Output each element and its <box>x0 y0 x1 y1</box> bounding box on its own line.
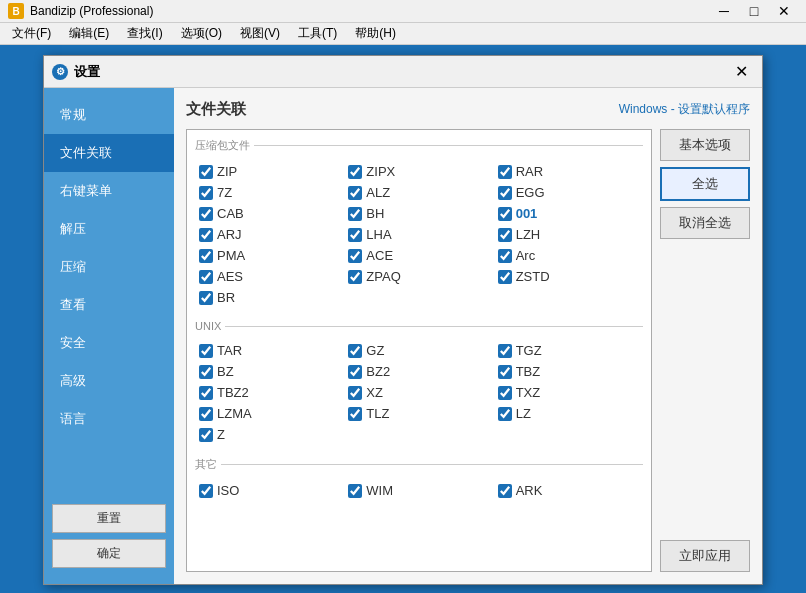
menu-view[interactable]: 视图(V) <box>232 23 288 44</box>
dialog-icon: ⚙ <box>52 64 68 80</box>
list-item[interactable]: TBZ <box>494 361 643 382</box>
list-item[interactable]: TBZ2 <box>195 382 344 403</box>
list-item[interactable]: PMA <box>195 245 344 266</box>
dialog-close-button[interactable]: ✕ <box>728 61 754 83</box>
titlebar: B Bandizip (Professional) ─ □ ✕ <box>0 0 806 23</box>
list-item[interactable]: AES <box>195 266 344 287</box>
list-item[interactable]: LZMA <box>195 403 344 424</box>
sidebar: 常规 文件关联 右键菜单 解压 压缩 查看 安全 高级 语言 重置 确定 <box>44 88 174 584</box>
select-all-button[interactable]: 全选 <box>660 167 750 201</box>
sidebar-item-context-menu[interactable]: 右键菜单 <box>44 172 174 210</box>
list-item[interactable]: 001 <box>494 203 643 224</box>
menu-help[interactable]: 帮助(H) <box>347 23 404 44</box>
menu-file[interactable]: 文件(F) <box>4 23 59 44</box>
window-controls: ─ □ ✕ <box>710 0 798 22</box>
list-item[interactable]: ZPAQ <box>344 266 493 287</box>
main-header: 文件关联 Windows - 设置默认程序 <box>186 100 750 119</box>
dialog-title: 设置 <box>74 63 722 81</box>
sidebar-item-file-assoc[interactable]: 文件关联 <box>44 134 174 172</box>
app-title: Bandizip (Professional) <box>30 4 704 18</box>
section-unix-label: UNIX <box>187 316 651 336</box>
page-title: 文件关联 <box>186 100 246 119</box>
list-item[interactable]: LHA <box>344 224 493 245</box>
list-item[interactable]: BH <box>344 203 493 224</box>
list-item[interactable]: 7Z <box>195 182 344 203</box>
list-item[interactable]: BR <box>195 287 344 308</box>
close-button[interactable]: ✕ <box>770 0 798 22</box>
list-item[interactable]: ARK <box>494 480 643 501</box>
list-item[interactable]: CAB <box>195 203 344 224</box>
dialog-titlebar: ⚙ 设置 ✕ <box>44 56 762 88</box>
unix-grid: TAR GZ TGZ BZ BZ2 TBZ TBZ2 XZ TXZ LZMA T… <box>187 336 651 449</box>
menu-edit[interactable]: 编辑(E) <box>61 23 117 44</box>
app-icon: B <box>8 3 24 19</box>
deselect-all-button[interactable]: 取消全选 <box>660 207 750 239</box>
sidebar-item-security[interactable]: 安全 <box>44 324 174 362</box>
list-item[interactable]: Z <box>195 424 344 445</box>
list-item[interactable]: BZ2 <box>344 361 493 382</box>
list-item[interactable]: ALZ <box>344 182 493 203</box>
list-item[interactable]: EGG <box>494 182 643 203</box>
compressed-grid: ZIP ZIPX RAR 7Z ALZ EGG CAB BH 001 ARJ L… <box>187 157 651 312</box>
section-compressed-label: 压缩包文件 <box>187 134 651 157</box>
menu-options[interactable]: 选项(O) <box>173 23 230 44</box>
sidebar-item-general[interactable]: 常规 <box>44 96 174 134</box>
sidebar-item-extract[interactable]: 解压 <box>44 210 174 248</box>
other-grid: ISO WIM ARK <box>187 476 651 505</box>
reset-button[interactable]: 重置 <box>52 504 166 533</box>
list-item[interactable]: ZIP <box>195 161 344 182</box>
basic-options-button[interactable]: 基本选项 <box>660 129 750 161</box>
menu-find[interactable]: 查找(I) <box>119 23 170 44</box>
right-buttons: 基本选项 全选 取消全选 立即应用 <box>660 129 750 572</box>
settings-dialog: ⚙ 设置 ✕ 常规 文件关联 右键菜单 解压 压缩 查看 安全 高级 语言 重置… <box>43 55 763 585</box>
maximize-button[interactable]: □ <box>740 0 768 22</box>
list-item[interactable]: BZ <box>195 361 344 382</box>
sidebar-item-compress[interactable]: 压缩 <box>44 248 174 286</box>
list-item[interactable]: TAR <box>195 340 344 361</box>
list-item[interactable]: TLZ <box>344 403 493 424</box>
list-item[interactable]: ZSTD <box>494 266 643 287</box>
list-item[interactable]: Arc <box>494 245 643 266</box>
dialog-body: 常规 文件关联 右键菜单 解压 压缩 查看 安全 高级 语言 重置 确定 文件关… <box>44 88 762 584</box>
list-item[interactable]: TGZ <box>494 340 643 361</box>
list-item[interactable]: ISO <box>195 480 344 501</box>
windows-default-link[interactable]: Windows - 设置默认程序 <box>619 101 750 118</box>
list-item[interactable]: GZ <box>344 340 493 361</box>
apply-button[interactable]: 立即应用 <box>660 540 750 572</box>
sidebar-item-view[interactable]: 查看 <box>44 286 174 324</box>
main-content: 文件关联 Windows - 设置默认程序 压缩包文件 ZIP ZIPX RAR… <box>174 88 762 584</box>
checklist-container[interactable]: 压缩包文件 ZIP ZIPX RAR 7Z ALZ EGG CAB BH 001 <box>186 129 652 572</box>
list-item[interactable]: ACE <box>344 245 493 266</box>
sidebar-item-advanced[interactable]: 高级 <box>44 362 174 400</box>
sidebar-item-language[interactable]: 语言 <box>44 400 174 438</box>
list-item[interactable]: WIM <box>344 480 493 501</box>
menubar: 文件(F) 编辑(E) 查找(I) 选项(O) 视图(V) 工具(T) 帮助(H… <box>0 23 806 45</box>
list-item[interactable]: TXZ <box>494 382 643 403</box>
list-item[interactable]: LZ <box>494 403 643 424</box>
section-other-label: 其它 <box>187 453 651 476</box>
app-background: ⚙ 设置 ✕ 常规 文件关联 右键菜单 解压 压缩 查看 安全 高级 语言 重置… <box>0 45 806 593</box>
sidebar-bottom: 重置 确定 <box>44 496 174 576</box>
list-item[interactable]: ZIPX <box>344 161 493 182</box>
list-item[interactable]: LZH <box>494 224 643 245</box>
ok-button[interactable]: 确定 <box>52 539 166 568</box>
list-item[interactable]: ARJ <box>195 224 344 245</box>
list-item[interactable]: RAR <box>494 161 643 182</box>
minimize-button[interactable]: ─ <box>710 0 738 22</box>
menu-tools[interactable]: 工具(T) <box>290 23 345 44</box>
file-assoc-panel: 压缩包文件 ZIP ZIPX RAR 7Z ALZ EGG CAB BH 001 <box>186 129 750 572</box>
list-item[interactable]: XZ <box>344 382 493 403</box>
